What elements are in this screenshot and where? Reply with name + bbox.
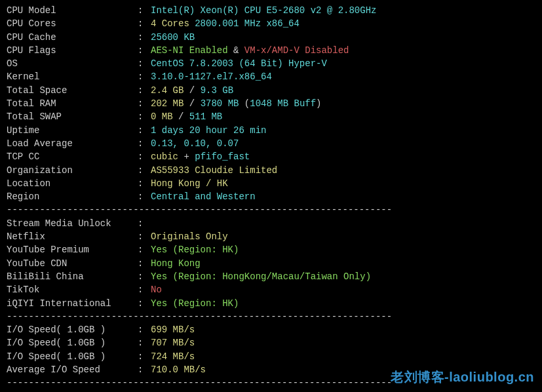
row-label: Kernel	[7, 70, 138, 83]
output-row: Stream Media Unlock :	[7, 217, 535, 230]
row-value: AES-NI Enabled & VM-x/AMD-V Disabled	[151, 44, 349, 57]
row-label: iQIYI International	[7, 297, 138, 310]
row-value: 25600 KB	[151, 31, 195, 44]
row-separator: :	[138, 4, 151, 17]
row-label: YouTube CDN	[7, 257, 138, 270]
row-separator: :	[138, 124, 151, 137]
row-label: Total RAM	[7, 97, 138, 110]
row-label: Load Average	[7, 137, 138, 150]
row-value: 699 MB/s	[151, 323, 195, 336]
row-label: Average I/O Speed	[7, 363, 138, 376]
row-label: OS	[7, 57, 138, 70]
row-separator: :	[138, 243, 151, 256]
row-value: 707 MB/s	[151, 336, 195, 349]
row-separator: :	[138, 17, 151, 30]
row-value: 1 days 20 hour 26 min	[151, 124, 266, 137]
row-separator: :	[138, 110, 151, 123]
output-row: Netflix : Originals Only	[7, 230, 535, 243]
output-row: Region : Central and Western	[7, 190, 535, 203]
row-label: Organization	[7, 164, 138, 177]
row-value: AS55933 Cloudie Limited	[151, 164, 277, 177]
row-separator: :	[138, 270, 151, 283]
row-separator: :	[138, 336, 151, 349]
row-label: Total Space	[7, 84, 138, 97]
row-label: CPU Model	[7, 4, 138, 17]
row-label: BiliBili China	[7, 270, 138, 283]
watermark-text: 老刘博客-laoliublog.cn	[391, 368, 534, 387]
row-label: Netflix	[7, 230, 138, 243]
output-row: CPU Model : Intel(R) Xeon(R) CPU E5-2680…	[7, 4, 535, 17]
row-value: No	[151, 283, 162, 296]
output-row: TCP CC : cubic + pfifo_fast	[7, 150, 535, 163]
output-row: Total RAM : 202 MB / 3780 MB (1048 MB Bu…	[7, 97, 535, 110]
row-value: CentOS 7.8.2003 (64 Bit) Hyper-V	[151, 57, 327, 70]
row-separator: :	[138, 190, 151, 203]
output-row: Organization : AS55933 Cloudie Limited	[7, 164, 535, 177]
row-label: I/O Speed( 1.0GB )	[7, 336, 138, 349]
output-row: iQIYI International : Yes (Region: HK)	[7, 297, 535, 310]
row-separator: :	[138, 217, 151, 230]
row-value: Originals Only	[151, 230, 228, 243]
row-separator: :	[138, 31, 151, 44]
output-row: YouTube CDN : Hong Kong	[7, 257, 535, 270]
output-row: I/O Speed( 1.0GB ) : 724 MB/s	[7, 350, 535, 363]
row-label: Location	[7, 177, 138, 190]
row-separator: :	[138, 230, 151, 243]
row-value: 3.10.0-1127.el7.x86_64	[151, 70, 272, 83]
row-value: 2.4 GB / 9.3 GB	[151, 84, 233, 97]
row-separator: :	[138, 177, 151, 190]
row-separator: :	[138, 350, 151, 363]
row-separator: :	[138, 150, 151, 163]
row-value: cubic + pfifo_fast	[151, 150, 250, 163]
section-divider: ----------------------------------------…	[7, 203, 535, 216]
row-label: TCP CC	[7, 150, 138, 163]
row-label: Total SWAP	[7, 110, 138, 123]
output-row: CPU Cores : 4 Cores 2800.001 MHz x86_64	[7, 17, 535, 30]
output-row: I/O Speed( 1.0GB ) : 699 MB/s	[7, 323, 535, 336]
output-row: Total Space : 2.4 GB / 9.3 GB	[7, 84, 535, 97]
row-value: Central and Western	[151, 190, 256, 203]
output-row: YouTube Premium : Yes (Region: HK)	[7, 243, 535, 256]
output-row: TikTok : No	[7, 283, 535, 296]
output-row: Total SWAP : 0 MB / 511 MB	[7, 110, 535, 123]
row-value: Hong Kong	[151, 257, 201, 270]
row-label: TikTok	[7, 283, 138, 296]
row-separator: :	[138, 84, 151, 97]
row-value: 0 MB / 511 MB	[151, 110, 222, 123]
output-row: Kernel : 3.10.0-1127.el7.x86_64	[7, 70, 535, 83]
row-value: 724 MB/s	[151, 350, 195, 363]
output-row: BiliBili China : Yes (Region: HongKong/M…	[7, 270, 535, 283]
output-row: CPU Cache : 25600 KB	[7, 31, 535, 44]
row-value: 4 Cores 2800.001 MHz x86_64	[151, 17, 300, 30]
row-separator: :	[138, 363, 151, 376]
row-value: Yes (Region: HK)	[151, 297, 239, 310]
row-value: Hong Kong / HK	[151, 177, 228, 190]
output-row: I/O Speed( 1.0GB ) : 707 MB/s	[7, 336, 535, 349]
row-value: Yes (Region: HongKong/Macau/Taiwan Only)	[151, 270, 371, 283]
section-divider: ----------------------------------------…	[7, 310, 535, 323]
row-separator: :	[138, 283, 151, 296]
output-row: CPU Flags : AES-NI Enabled & VM-x/AMD-V …	[7, 44, 535, 57]
output-row: OS : CentOS 7.8.2003 (64 Bit) Hyper-V	[7, 57, 535, 70]
row-label: Uptime	[7, 124, 138, 137]
row-label: I/O Speed( 1.0GB )	[7, 323, 138, 336]
row-label: CPU Cores	[7, 17, 138, 30]
row-value: 202 MB / 3780 MB (1048 MB Buff)	[151, 97, 322, 110]
row-value: Yes (Region: HK)	[151, 243, 239, 256]
row-value: Intel(R) Xeon(R) CPU E5-2680 v2 @ 2.80GH…	[151, 4, 376, 17]
row-label: CPU Cache	[7, 31, 138, 44]
row-separator: :	[138, 70, 151, 83]
row-label: CPU Flags	[7, 44, 138, 57]
row-label: Region	[7, 190, 138, 203]
output-row: Load Average : 0.13, 0.10, 0.07	[7, 137, 535, 150]
output-row: Location : Hong Kong / HK	[7, 177, 535, 190]
terminal-output: CPU Model : Intel(R) Xeon(R) CPU E5-2680…	[7, 4, 535, 390]
row-label: YouTube Premium	[7, 243, 138, 256]
row-value: 0.13, 0.10, 0.07	[151, 137, 239, 150]
row-label: Stream Media Unlock	[7, 217, 138, 230]
row-label: I/O Speed( 1.0GB )	[7, 350, 138, 363]
row-separator: :	[138, 57, 151, 70]
row-separator: :	[138, 297, 151, 310]
row-separator: :	[138, 97, 151, 110]
output-row: Uptime : 1 days 20 hour 26 min	[7, 124, 535, 137]
